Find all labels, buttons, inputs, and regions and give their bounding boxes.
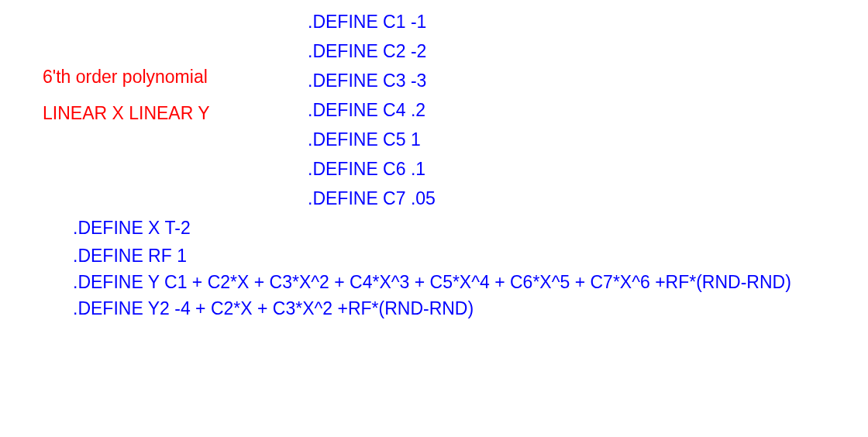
define-y2: .DEFINE Y2 -4 + C2*X + C3*X^2 +RF*(RND-R… xyxy=(73,298,474,319)
define-rf: .DEFINE RF 1 xyxy=(73,246,187,267)
define-c1: .DEFINE C1 -1 xyxy=(308,12,426,33)
define-c3: .DEFINE C3 -3 xyxy=(308,71,426,91)
title-polynomial: 6'th order polynomial xyxy=(43,67,208,88)
define-c6: .DEFINE C6 .1 xyxy=(308,159,425,180)
define-x: .DEFINE X T-2 xyxy=(73,218,191,239)
title-linear: LINEAR X LINEAR Y xyxy=(43,103,210,124)
define-y: .DEFINE Y C1 + C2*X + C3*X^2 + C4*X^3 + … xyxy=(73,272,791,293)
define-c4: .DEFINE C4 .2 xyxy=(308,100,425,121)
define-c5: .DEFINE C5 1 xyxy=(308,129,421,150)
define-c7: .DEFINE C7 .05 xyxy=(308,188,436,209)
define-c2: .DEFINE C2 -2 xyxy=(308,41,426,62)
